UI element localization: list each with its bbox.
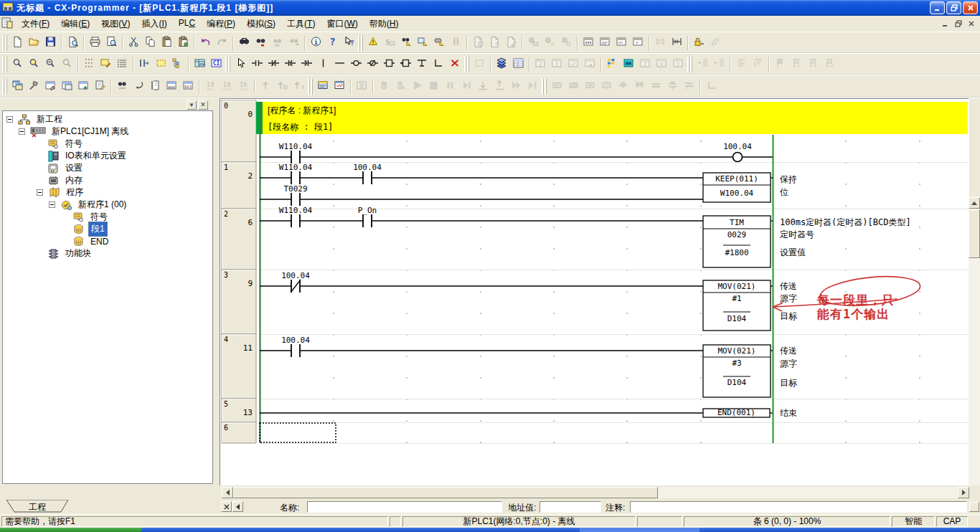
- menu-V[interactable]: 视图(V): [95, 16, 136, 32]
- mdi-minimize-button[interactable]: [939, 19, 951, 29]
- delete-line-button[interactable]: [447, 57, 463, 72]
- window-pair-button[interactable]: [59, 79, 75, 95]
- restore-button[interactable]: [946, 1, 961, 14]
- sim-pause-button[interactable]: [442, 79, 458, 95]
- tree-expander[interactable]: [19, 128, 25, 135]
- tree-item-1[interactable]: 新PLC1[CJ1M] 离线: [3, 125, 212, 138]
- sim-to-end-button[interactable]: [524, 79, 541, 95]
- radix-16-button[interactable]: 16(HEX): [235, 79, 252, 95]
- help-button[interactable]: ?: [324, 35, 341, 51]
- monitor-window-button[interactable]: [315, 79, 331, 95]
- contact-nc-button[interactable]: [265, 57, 282, 72]
- check-program-button[interactable]: [398, 35, 415, 51]
- align-lines-button[interactable]: [733, 57, 750, 72]
- window-new-button[interactable]: [75, 79, 92, 95]
- rung-list-button[interactable]: [114, 57, 131, 72]
- tree-item-0[interactable]: 新工程: [3, 113, 212, 125]
- window-build-button[interactable]: [42, 79, 59, 95]
- copy-button[interactable]: [142, 35, 159, 51]
- vertical-line-button[interactable]: [315, 57, 331, 72]
- zoom-button[interactable]: [9, 57, 26, 72]
- compile-all-button[interactable]: $: [382, 35, 398, 51]
- pause-bars-button[interactable]: [448, 35, 464, 51]
- line-connect-button[interactable]: [430, 57, 447, 72]
- ladder-monitor-button[interactable]: [669, 35, 685, 51]
- menu-S[interactable]: 模拟(S): [241, 16, 281, 32]
- plc-mode-debug-button[interactable]: [597, 35, 613, 51]
- start-button[interactable]: [0, 528, 142, 532]
- pause-hand-button[interactable]: [376, 79, 392, 95]
- tsplit-2-button[interactable]: [631, 79, 648, 95]
- menu-PLC[interactable]: PLC: [173, 16, 201, 32]
- horizontal-line-button[interactable]: [331, 57, 348, 72]
- program-clock-button[interactable]: [470, 35, 486, 51]
- toolbar-grip[interactable]: [358, 35, 363, 51]
- toolbar-grip[interactable]: [542, 79, 547, 95]
- online-edit-button[interactable]: [707, 35, 724, 51]
- find-small-button[interactable]: [114, 79, 131, 95]
- tree-item-10[interactable]: END: [3, 235, 212, 247]
- upload-1-button[interactable]: [258, 79, 274, 95]
- project-tab[interactable]: 工程: [6, 500, 69, 513]
- toolbar-grip[interactable]: [687, 57, 692, 72]
- coil-out-nc-button[interactable]: [364, 57, 381, 72]
- comment-field[interactable]: [630, 501, 967, 513]
- scroll-right-button[interactable]: [958, 487, 969, 498]
- address-table-button[interactable]: [510, 57, 527, 72]
- instruction-box-button[interactable]: [381, 57, 397, 72]
- dialog-window-button[interactable]: [164, 79, 180, 95]
- plc-mode-run-button[interactable]: [630, 35, 646, 51]
- toolbar-grip[interactable]: [2, 57, 7, 72]
- note-edit-button[interactable]: [92, 79, 108, 95]
- watch-window-button[interactable]: [354, 79, 370, 95]
- flag-1-button[interactable]: [772, 57, 788, 72]
- close-button[interactable]: [963, 1, 978, 14]
- hh-monitor-button[interactable]: HH: [621, 57, 637, 72]
- contact-no-button[interactable]: [249, 57, 265, 72]
- sim-step-in-button[interactable]: [475, 79, 491, 95]
- mdi-restore-button[interactable]: [952, 19, 964, 29]
- tree-color-button[interactable]: [604, 57, 621, 72]
- contact-up-button[interactable]: [282, 57, 298, 72]
- toolbar-grip[interactable]: [464, 57, 469, 72]
- select-arrow-button[interactable]: [232, 57, 249, 72]
- flag-4-button[interactable]: [821, 57, 838, 72]
- show-program-button[interactable]: [169, 57, 186, 72]
- sim-step-out-button[interactable]: [491, 79, 508, 95]
- scroll-up-button[interactable]: [969, 197, 980, 209]
- new-button[interactable]: [9, 35, 26, 51]
- tree-item-9[interactable]: 段1: [3, 223, 212, 235]
- tree-item-11[interactable]: 功能块: [3, 247, 212, 260]
- upload-3-button[interactable]: #: [291, 79, 307, 95]
- zoom-in-button[interactable]: [26, 57, 42, 72]
- tree-item-8[interactable]: 符号: [3, 211, 212, 223]
- edit-inx-button[interactable]: X: [549, 57, 565, 72]
- tree-expander[interactable]: [49, 201, 55, 208]
- sma-table-button[interactable]: SMA: [192, 57, 208, 72]
- tree-item-7[interactable]: 新程序1 (00): [3, 199, 212, 211]
- monitor-box-button[interactable]: [153, 57, 169, 72]
- indent-right-button[interactable]: [711, 57, 727, 72]
- tree-panel-close-button[interactable]: ✕: [198, 100, 208, 110]
- menu-P[interactable]: 编程(P): [201, 16, 241, 32]
- menu-W[interactable]: 窗口(W): [321, 16, 363, 32]
- monitor-data-button[interactable]: [331, 79, 348, 95]
- hatch-3-button[interactable]: [582, 79, 598, 95]
- page-setup-button[interactable]: [65, 35, 81, 51]
- corner-button[interactable]: [969, 502, 979, 512]
- window-x-button[interactable]: X: [654, 57, 670, 72]
- radix-10b-button[interactable]: 10(SIG): [219, 79, 235, 95]
- resume-hand-button[interactable]: [392, 79, 409, 95]
- horizontal-scroll-thumb[interactable]: [233, 487, 658, 498]
- binary-window-button[interactable]: 001: [180, 79, 197, 95]
- hatch-4-button[interactable]: [598, 79, 615, 95]
- zoom-out-button[interactable]: [42, 57, 59, 72]
- flag-2-button[interactable]: [788, 57, 805, 72]
- coil-out-button[interactable]: [348, 57, 364, 72]
- tree-item-6[interactable]: 程序: [3, 186, 212, 199]
- edit-inck-button[interactable]: [565, 57, 582, 72]
- tsplit-4-button[interactable]: [664, 79, 681, 95]
- menu-I[interactable]: 插入(I): [136, 16, 172, 32]
- hatch-1-button[interactable]: [549, 79, 565, 95]
- compile-button[interactable]: [365, 35, 382, 51]
